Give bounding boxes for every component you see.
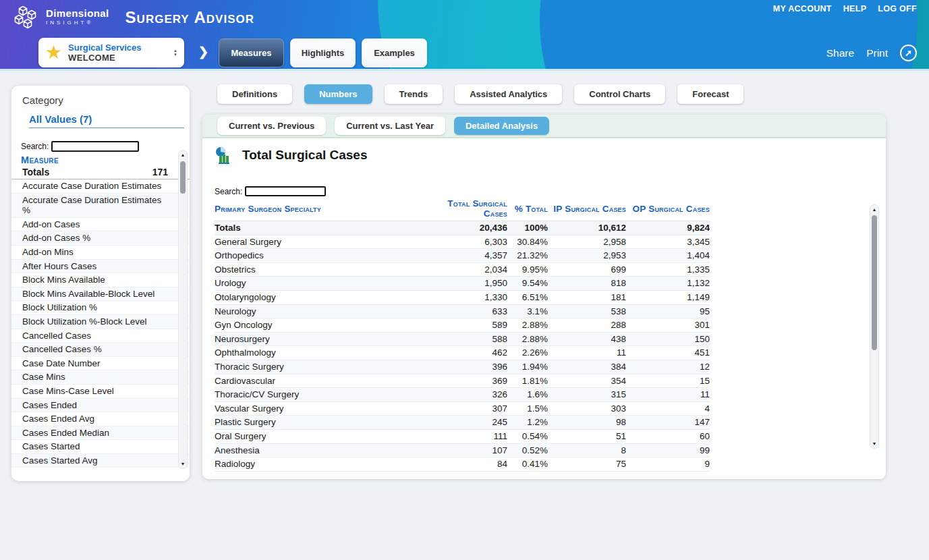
tab-forecast[interactable]: Forecast: [677, 84, 743, 104]
column-header-total-cases[interactable]: Total Surgical Cases: [424, 198, 507, 221]
specialty-cell: Orthopedics: [215, 249, 424, 263]
table-row[interactable]: Ophthalmology4622.26%11451: [215, 346, 710, 360]
tab-highlights[interactable]: Highlights: [290, 38, 356, 67]
sidebar-item-measure[interactable]: After Hours Cases: [11, 260, 190, 274]
scroll-down-icon[interactable]: ▼: [179, 461, 187, 466]
table-scrollbar[interactable]: ▲ ▼: [870, 204, 879, 449]
sidebar-item-measure[interactable]: Add-on Mins: [11, 246, 190, 260]
table-row[interactable]: Oral Surgery1110.54%5160: [215, 429, 710, 443]
all-values-link[interactable]: All Values (7): [29, 113, 184, 128]
table-row[interactable]: Urology1,9509.54%8181,132: [215, 277, 710, 291]
sidebar-item-measure[interactable]: Block Mins Available: [11, 273, 190, 287]
scroll-up-icon[interactable]: ▲: [870, 207, 878, 212]
table-header-row: Primary Surgeon Specialty Total Surgical…: [215, 198, 710, 221]
scroll-down-icon[interactable]: ▼: [870, 441, 878, 446]
my-account-link[interactable]: MY ACCOUNT: [773, 4, 832, 13]
specialty-table: Primary Surgeon Specialty Total Surgical…: [215, 198, 710, 472]
table-body: Totals 20,436 100% 10,612 9,824 General …: [215, 221, 710, 472]
value-cell: 6.51%: [507, 290, 548, 304]
sidebar-item-measure[interactable]: Cases Started Avg: [11, 454, 190, 468]
sidebar-totals-count: 171: [152, 167, 168, 177]
table-row[interactable]: Gyn Oncology5892.88%288301: [215, 318, 710, 333]
table-row[interactable]: Cardiovascular3691.81%35415: [215, 374, 710, 388]
selector-updown-icon[interactable]: ▲ ▼: [173, 49, 177, 57]
tab-numbers[interactable]: Numbers: [304, 84, 372, 104]
report-title: Total Surgical Cases: [242, 148, 368, 163]
top-nav: MY ACCOUNT HELP LOG OFF: [773, 4, 917, 13]
sidebar-item-measure[interactable]: Add-on Cases %: [11, 231, 190, 246]
subtab-current-vs-last-year[interactable]: Current vs. Last Year: [335, 117, 445, 135]
print-button[interactable]: Print: [866, 47, 888, 59]
column-header-pct-total[interactable]: % Total: [507, 198, 548, 221]
table-scrollbar-thumb[interactable]: [872, 215, 877, 350]
table-row[interactable]: Thoracic/CV Surgery3261.6%31511: [215, 388, 710, 402]
sidebar-item-measure[interactable]: Cancelled Cases: [11, 329, 190, 343]
table-row[interactable]: General Surgery6,30330.84%2,9583,345: [215, 235, 710, 249]
table-row[interactable]: Obstetrics2,0349.95%6991,335: [215, 262, 710, 277]
value-cell: 589: [424, 318, 507, 333]
value-cell: 307: [424, 401, 507, 416]
table-row[interactable]: Radiology840.41%759: [215, 457, 710, 472]
value-cell: 11: [626, 388, 710, 402]
table-row[interactable]: Neurology6333.1%53895: [215, 304, 710, 318]
sidebar-item-measure[interactable]: Cases Started: [11, 440, 190, 454]
log-off-link[interactable]: LOG OFF: [878, 4, 917, 13]
sidebar-item-measure[interactable]: Cancelled Cases %: [11, 343, 190, 357]
sidebar-item-measure[interactable]: Case Date Number: [11, 357, 190, 371]
value-cell: 1.5%: [507, 401, 548, 416]
sidebar-item-measure[interactable]: Block Utilization %-Block Level: [11, 315, 190, 329]
sidebar-item-measure[interactable]: Cases Ended Avg: [11, 412, 190, 426]
sidebar-item-measure[interactable]: Case Mins: [11, 370, 190, 385]
value-cell: 538: [548, 304, 626, 318]
table-row[interactable]: Vascular Surgery3071.5%3034: [215, 401, 710, 416]
column-header-ip-cases[interactable]: IP Surgical Cases: [548, 198, 626, 221]
tab-assisted-analytics[interactable]: Assisted Analytics: [455, 84, 562, 104]
table-search-input[interactable]: [245, 186, 326, 196]
specialty-cell: Plastic Surgery: [215, 416, 424, 430]
sidebar-item-measure[interactable]: Block Utilization %: [11, 301, 190, 315]
table-row[interactable]: Otolaryngology1,3306.51%1811,149: [215, 290, 710, 304]
value-cell: 2.26%: [507, 346, 548, 360]
table-row-totals[interactable]: Totals 20,436 100% 10,612 9,824: [215, 221, 710, 235]
tab-control-charts[interactable]: Control Charts: [574, 84, 665, 104]
table-row[interactable]: Orthopedics4,35721.32%2,9531,404: [215, 249, 710, 263]
sidebar-scrollbar-thumb[interactable]: [180, 161, 186, 194]
sidebar-scrollbar[interactable]: ▲ ▼: [178, 150, 188, 469]
sidebar-search-input[interactable]: [51, 141, 139, 152]
specialty-cell: Gyn Oncology: [215, 318, 424, 333]
brand-name: Dimensional: [46, 7, 109, 19]
sidebar-item-measure[interactable]: Add-on Cases: [11, 218, 190, 232]
value-cell: 315: [548, 388, 626, 402]
value-cell: 1,950: [424, 277, 507, 291]
table-row[interactable]: Anesthesia1070.52%899: [215, 443, 710, 457]
sidebar-item-measure[interactable]: Block Mins Available-Block Level: [11, 287, 190, 302]
sidebar-item-measure[interactable]: Accurate Case Duration Estimates: [11, 179, 190, 194]
share-button[interactable]: Share: [826, 47, 854, 59]
column-header-op-cases[interactable]: OP Surgical Cases: [626, 198, 710, 221]
table-row[interactable]: Thoracic Surgery3961.94%38412: [215, 360, 710, 374]
scroll-up-icon[interactable]: ▲: [179, 152, 187, 157]
help-link[interactable]: HELP: [843, 4, 867, 13]
brand-logo: Dimensional INSIGHT® Surgery Advisor: [13, 4, 254, 31]
column-header-specialty[interactable]: Primary Surgeon Specialty: [215, 198, 424, 221]
sidebar-item-measure[interactable]: Accurate Case Duration Estimates %: [11, 194, 190, 218]
table-header: Primary Surgeon Specialty Total Surgical…: [215, 198, 710, 221]
launch-icon[interactable]: ➚: [900, 45, 917, 61]
table-row[interactable]: Neurosurgery5882.88%438150: [215, 332, 710, 346]
sidebar-item-measure[interactable]: Case Mins-Case Level: [11, 385, 190, 399]
value-cell: 1.94%: [507, 360, 548, 374]
table-row[interactable]: Plastic Surgery2451.2%98147: [215, 416, 710, 430]
tab-trends[interactable]: Trends: [385, 84, 443, 104]
subtab-detailed-analysis[interactable]: Detailed Analysis: [454, 117, 549, 135]
value-cell: 84: [424, 457, 507, 472]
value-cell: 12: [626, 360, 710, 374]
sidebar-item-measure[interactable]: Cases Ended Median: [11, 426, 190, 441]
sidebar-item-measure[interactable]: Cases Ended: [11, 399, 190, 413]
subtab-current-vs-previous[interactable]: Current vs. Previous: [217, 117, 326, 135]
sidebar-totals-row[interactable]: Totals 171: [11, 167, 190, 179]
table-search-label: Search:: [215, 187, 242, 196]
dashboard-selector[interactable]: ★ Surgical Services WELCOME ▲ ▼: [38, 38, 184, 67]
tab-measures[interactable]: Measures: [219, 38, 284, 67]
tab-definitions[interactable]: Definitions: [217, 84, 292, 104]
tab-examples[interactable]: Examples: [362, 38, 427, 67]
